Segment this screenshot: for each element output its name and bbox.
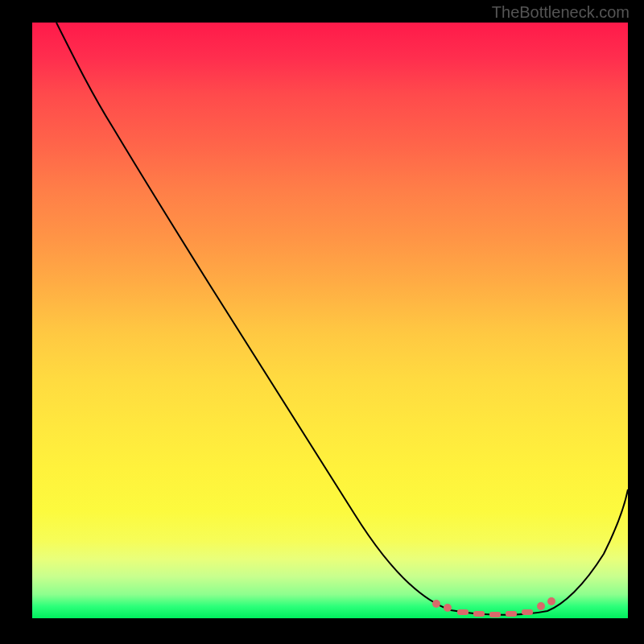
chart-svg <box>32 23 628 618</box>
plot-area <box>32 23 628 618</box>
optimal-dash <box>457 609 469 615</box>
optimal-dot <box>432 600 440 608</box>
optimal-dash <box>522 609 533 615</box>
optimal-dash <box>473 611 485 617</box>
optimal-dash <box>489 612 501 617</box>
bottleneck-curve <box>56 23 628 615</box>
optimal-dash <box>506 611 517 617</box>
optimal-dot <box>537 602 545 610</box>
watermark-text: TheBottleneck.com <box>492 3 630 22</box>
optimal-dot <box>444 604 452 612</box>
optimal-dot <box>547 597 555 605</box>
